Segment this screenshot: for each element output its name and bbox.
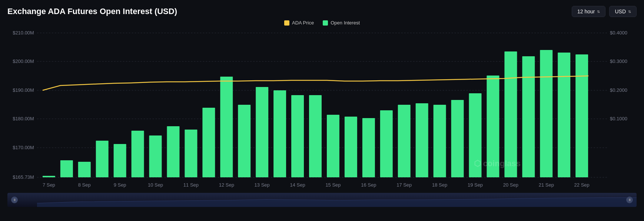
svg-text:$170.00M: $170.00M	[13, 145, 34, 150]
svg-rect-32	[327, 115, 339, 177]
bars-group	[43, 50, 588, 177]
svg-text:9 Sep: 9 Sep	[114, 182, 126, 188]
svg-text:$0.4000: $0.4000	[610, 30, 627, 36]
svg-rect-19	[96, 141, 109, 177]
svg-rect-16	[43, 176, 55, 177]
svg-text:17 Sep: 17 Sep	[396, 182, 412, 188]
svg-text:12 Sep: 12 Sep	[219, 182, 234, 188]
svg-text:⬡ coinglass: ⬡ coinglass	[474, 159, 521, 168]
main-container: Exchange ADA Futures Open Interest (USD)…	[0, 0, 644, 221]
currency-label: USD	[615, 9, 626, 14]
svg-text:11 Sep: 11 Sep	[183, 182, 199, 188]
open-interest-label: Open Interest	[331, 20, 360, 26]
svg-text:$0.2000: $0.2000	[610, 87, 627, 93]
chart-legend: ADA Price Open Interest	[7, 20, 637, 26]
svg-text:7 Sep: 7 Sep	[43, 182, 55, 188]
svg-text:20 Sep: 20 Sep	[503, 182, 518, 188]
svg-rect-22	[149, 135, 162, 177]
svg-rect-20	[114, 144, 126, 177]
timeframe-label: 12 hour	[577, 9, 595, 14]
timeframe-dropdown[interactable]: 12 hour ⇅	[572, 6, 605, 17]
svg-rect-43	[522, 56, 535, 177]
svg-rect-30	[291, 95, 304, 177]
svg-rect-26	[220, 77, 233, 177]
ada-price-color-swatch	[284, 20, 289, 26]
chart-svg: .grid-line { stroke: #2a2d3a; stroke-wid…	[7, 29, 637, 192]
svg-rect-18	[78, 162, 91, 177]
chart-title: Exchange ADA Futures Open Interest (USD)	[7, 7, 177, 16]
svg-rect-35	[380, 110, 393, 177]
svg-rect-21	[132, 131, 144, 177]
svg-text:16 Sep: 16 Sep	[361, 182, 376, 188]
currency-arrow-icon: ⇅	[628, 10, 631, 14]
svg-text:10 Sep: 10 Sep	[148, 182, 163, 188]
svg-rect-25	[202, 108, 215, 177]
svg-rect-44	[540, 50, 552, 177]
svg-text:19 Sep: 19 Sep	[468, 182, 483, 188]
svg-text:22 Sep: 22 Sep	[574, 182, 590, 188]
svg-text:13 Sep: 13 Sep	[255, 182, 270, 188]
svg-text:$180.00M: $180.00M	[13, 116, 34, 121]
chart-area: .grid-line { stroke: #2a2d3a; stroke-wid…	[7, 29, 637, 192]
open-interest-color-swatch	[323, 20, 328, 26]
svg-text:$200.00M: $200.00M	[13, 58, 34, 64]
svg-rect-27	[238, 105, 250, 177]
scrollbar-left-handle[interactable]: ⏸	[11, 197, 18, 203]
chart-header: Exchange ADA Futures Open Interest (USD)…	[7, 6, 637, 17]
currency-dropdown[interactable]: USD ⇅	[609, 6, 637, 17]
svg-text:$0.1000: $0.1000	[610, 116, 627, 121]
svg-rect-23	[167, 126, 179, 177]
controls-group: 12 hour ⇅ USD ⇅	[572, 6, 637, 17]
svg-rect-34	[362, 118, 375, 177]
svg-text:15 Sep: 15 Sep	[325, 182, 341, 188]
svg-rect-38	[434, 105, 446, 177]
svg-rect-28	[256, 87, 268, 177]
svg-rect-29	[273, 90, 286, 177]
svg-rect-36	[398, 105, 411, 177]
chart-scrollbar[interactable]: ⏸ ⏸	[7, 193, 637, 207]
svg-text:21 Sep: 21 Sep	[539, 182, 554, 188]
svg-rect-39	[451, 100, 464, 177]
svg-rect-46	[575, 54, 588, 177]
svg-rect-31	[309, 95, 322, 177]
svg-text:14 Sep: 14 Sep	[290, 182, 305, 188]
scrollbar-right-handle[interactable]: ⏸	[626, 197, 633, 203]
svg-rect-45	[558, 53, 570, 177]
svg-rect-24	[185, 130, 197, 177]
svg-text:$190.00M: $190.00M	[13, 87, 34, 93]
svg-text:$165.73M: $165.73M	[13, 174, 34, 180]
legend-ada-price: ADA Price	[284, 20, 314, 26]
svg-rect-37	[416, 103, 428, 177]
svg-text:8 Sep: 8 Sep	[78, 182, 91, 188]
svg-rect-33	[345, 117, 357, 177]
legend-open-interest: Open Interest	[323, 20, 360, 26]
timeframe-arrow-icon: ⇅	[597, 10, 600, 14]
svg-rect-17	[60, 160, 73, 177]
svg-text:18 Sep: 18 Sep	[432, 182, 447, 188]
svg-text:$210.00M: $210.00M	[13, 30, 34, 36]
svg-text:$0.3000: $0.3000	[610, 58, 627, 64]
ada-price-label: ADA Price	[292, 20, 314, 26]
